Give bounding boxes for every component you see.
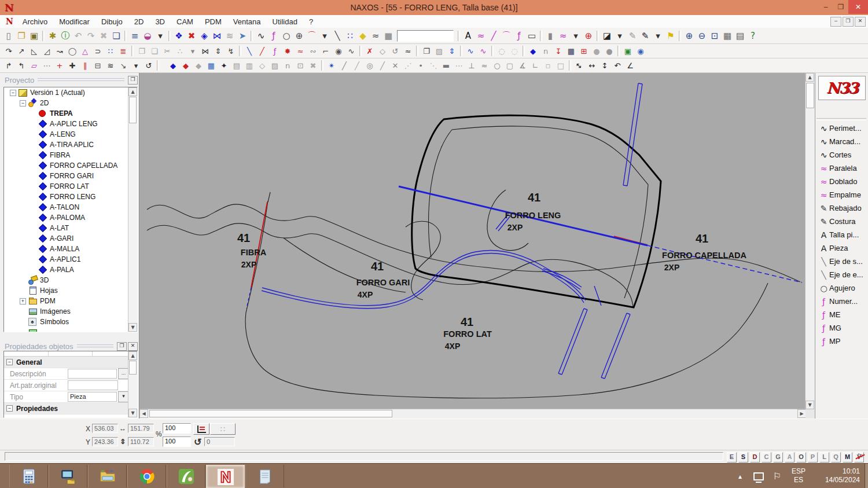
info-icon[interactable]: ⓘ — [59, 30, 72, 42]
print-icon[interactable]: ▤ — [734, 30, 746, 42]
scroll-thumb[interactable] — [149, 410, 392, 417]
segment-1-icon[interactable]: ╱ — [338, 60, 351, 71]
arc-magenta-icon[interactable]: ⌒ — [500, 30, 513, 42]
stitch-dashes-icon[interactable]: ⋯ — [41, 60, 53, 71]
tree-item-forro-lat[interactable]: FORRO LAT — [4, 181, 137, 192]
properties-scrollbar[interactable]: ▲ ▼ — [128, 351, 137, 417]
drawing-canvas[interactable]: 41FIBRA2XP41FORRO GARI4XP41FORRO LENG2XP… — [139, 73, 815, 419]
close-button[interactable]: ✕ — [848, 0, 868, 14]
panel-restore-button[interactable]: ❐ — [117, 342, 127, 351]
menu-modificar[interactable]: Modificar — [53, 16, 95, 27]
measure-vertical-red-icon[interactable]: ↧ — [552, 46, 565, 56]
bundle-2-icon[interactable]: ● — [603, 46, 616, 56]
art-input[interactable] — [68, 380, 118, 390]
tool-paralela[interactable]: ≈Paralela — [816, 162, 867, 175]
box-info-icon[interactable]: ⊡ — [294, 60, 307, 71]
help-icon[interactable]: ? — [746, 30, 759, 42]
tree-item-a-malla[interactable]: A-MALLA — [4, 244, 137, 254]
flow-magenta-icon[interactable]: ∿ — [477, 46, 490, 56]
rotate-measure-icon[interactable]: ↶ — [611, 60, 624, 71]
fillet-1-icon[interactable]: ↱ — [2, 60, 15, 71]
ruler-icon[interactable]: ▬ — [440, 60, 453, 71]
flip-vertical-icon[interactable]: ⇕ — [212, 46, 225, 56]
dash-box-2-icon[interactable]: □ — [554, 60, 567, 71]
menu-pdm[interactable]: PDM — [199, 16, 227, 27]
smooth-icon[interactable]: ≈ — [369, 30, 382, 42]
collapse-icon[interactable]: − — [6, 405, 13, 412]
point-pattern-icon[interactable]: ∷ — [104, 46, 117, 56]
zoom-selection-icon[interactable]: ◌ — [508, 46, 521, 56]
flag-icon[interactable]: ⚑ — [664, 30, 677, 42]
duplicate-icon[interactable]: ❐ — [420, 46, 433, 56]
angle-box-icon[interactable]: ∟ — [529, 60, 542, 71]
table-cols-icon[interactable]: ▥ — [243, 60, 256, 71]
circle-dot-icon[interactable]: ◎ — [363, 60, 376, 71]
project-dock-button[interactable]: ❐ — [128, 76, 138, 85]
tool-doblado[interactable]: ≈Doblado — [816, 175, 867, 188]
tool-cortes[interactable]: ∿Cortes — [816, 148, 867, 162]
tool-mg[interactable]: ƒMG — [816, 321, 867, 335]
hatch-box-icon[interactable]: ▨ — [269, 60, 281, 71]
delete-icon[interactable]: ✖ — [97, 30, 110, 42]
new-file-icon[interactable]: ▯ — [2, 30, 15, 42]
image-tool-icon[interactable]: ▣ — [621, 46, 634, 56]
save-icon[interactable]: ▣ — [28, 30, 41, 42]
tool-costura[interactable]: ✎Costura — [816, 215, 867, 228]
zoom-out-icon[interactable]: ⊖ — [696, 30, 708, 42]
scroll-down-icon[interactable]: ▼ — [128, 323, 137, 332]
menu-2d[interactable]: 2D — [128, 16, 150, 27]
arc-icon[interactable]: ⌒ — [306, 30, 318, 42]
tool-numerado[interactable]: ƒNumer... — [816, 295, 867, 308]
tree-item-a-leng[interactable]: A-LENG — [4, 129, 137, 140]
trim-icon[interactable]: ↯ — [225, 46, 237, 56]
break-red-icon[interactable]: ✗ — [363, 46, 376, 56]
tool-perimetro[interactable]: ∿Perimet... — [816, 122, 867, 135]
dots-horizontal-icon[interactable]: ⋯ — [453, 60, 465, 71]
reference-pin-icon[interactable]: ✦ — [218, 60, 230, 71]
tree-item-a-gari[interactable]: A-GARI — [4, 233, 137, 244]
text-icon[interactable]: A — [462, 30, 475, 42]
trace-dashed-icon[interactable]: ✎ — [626, 30, 639, 42]
fill-piece-icon[interactable]: ◆ — [356, 30, 369, 42]
rotation-input[interactable]: 0 — [204, 437, 235, 446]
tree-item-a-pala[interactable]: A-PALA — [4, 265, 137, 275]
step-line-icon[interactable]: ⌐ — [319, 46, 332, 56]
round-end-icon[interactable]: ⊃ — [91, 46, 104, 56]
machines-gear-icon[interactable]: ✱ — [46, 30, 59, 42]
node-number-icon[interactable]: n — [281, 60, 294, 71]
tray-clock[interactable]: 10:01 14/05/2024 — [825, 464, 860, 488]
taskbar-notepad[interactable] — [245, 465, 284, 487]
menu--[interactable]: ? — [303, 16, 319, 27]
tool-marcado[interactable]: ∿Marcad... — [816, 135, 867, 148]
tree-item-blank[interactable] — [4, 327, 137, 332]
wave-pair-icon[interactable]: ≈ — [294, 46, 307, 56]
tree-item-versi-n-1-actual-[interactable]: −Versión 1 (Actual) — [4, 87, 137, 98]
scroll-up-icon[interactable]: ▲ — [128, 87, 137, 96]
line-red-icon[interactable]: ╱ — [256, 46, 269, 56]
segment-flag-icon[interactable]: ╱ — [376, 60, 389, 71]
angle-arrow-icon[interactable]: ∠ — [624, 60, 637, 71]
fillet-2-icon[interactable]: ↰ — [15, 60, 28, 71]
measure-grid-icon[interactable]: ▦ — [721, 30, 734, 42]
tool-eje-simetria[interactable]: ╲Eje de s... — [816, 255, 867, 268]
layers-icon[interactable]: ≡ — [128, 30, 141, 42]
taskbar-coreldraw[interactable] — [167, 465, 205, 487]
tray-hidden-icons[interactable]: ▴ — [738, 464, 742, 488]
tool-pieza[interactable]: APieza — [816, 241, 867, 255]
tree-item-hojas[interactable]: Hojas — [4, 285, 137, 296]
tray-language[interactable]: ESP ES — [792, 464, 806, 488]
taskbar-file-manager[interactable] — [49, 465, 87, 487]
clear-x-icon[interactable]: ✖ — [307, 60, 319, 71]
arc-back-icon[interactable]: ↺ — [389, 46, 402, 56]
resize-arrows-icon[interactable]: ↔ — [571, 57, 587, 74]
invert-dropdown-icon[interactable]: ▾ — [613, 30, 626, 42]
pushpin-icon[interactable]: ✴ — [325, 60, 338, 71]
link-curves-icon[interactable]: ∾ — [307, 46, 319, 56]
mdi-restore-button[interactable]: ❐ — [843, 17, 854, 27]
width-measure-icon[interactable]: ↔ — [586, 60, 598, 71]
cut-icon[interactable]: ✂ — [161, 46, 174, 56]
seam-marks-icon[interactable]: ≣ — [117, 46, 130, 56]
paste-icon[interactable]: ❏ — [148, 46, 161, 56]
gray-square-icon[interactable]: ■ — [382, 30, 395, 42]
curve-icon[interactable]: ∿ — [255, 30, 267, 42]
